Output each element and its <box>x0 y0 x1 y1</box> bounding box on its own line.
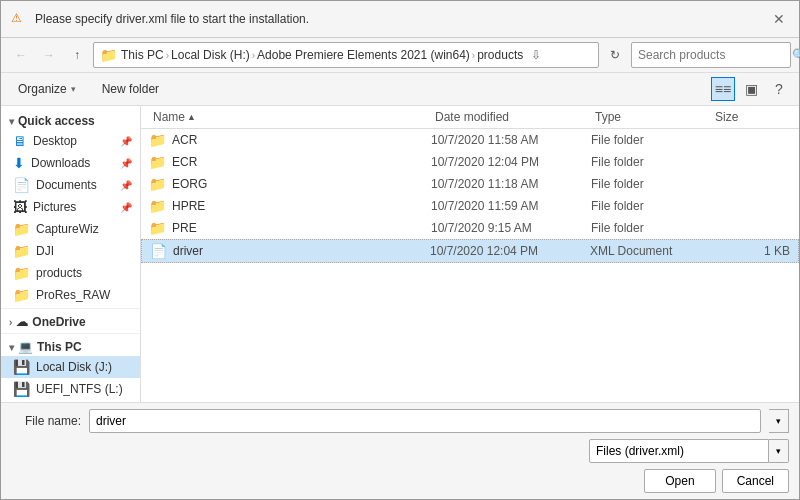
sidebar-item-uefi[interactable]: 💾 UEFI_NTFS (L:) <box>1 378 140 400</box>
col-header-size[interactable]: Size <box>711 106 791 128</box>
breadcrumb-adobe[interactable]: Adobe Premiere Elements 2021 (win64) <box>257 48 470 62</box>
filename-input[interactable] <box>89 409 761 433</box>
file-type: File folder <box>591 133 711 147</box>
search-input[interactable] <box>638 48 788 62</box>
preview-pane-button[interactable]: ▣ <box>739 77 763 101</box>
folder-icon: 📁 <box>149 176 166 192</box>
sidebar-item-dji-label: DJI <box>36 244 54 258</box>
file-list-header: Name ▲ Date modified Type Size <box>141 106 799 129</box>
breadcrumb-sep-2: › <box>252 50 255 61</box>
dji-folder-icon: 📁 <box>13 243 30 259</box>
sidebar-item-capturewiz-label: CaptureWiz <box>36 222 99 236</box>
breadcrumb-this-pc[interactable]: This PC <box>121 48 164 62</box>
col-header-date[interactable]: Date modified <box>431 106 591 128</box>
onedrive-label: OneDrive <box>32 315 85 329</box>
quick-access-section: ▾ Quick access 🖥 Desktop 📌 ⬇ Downloads 📌… <box>1 110 140 306</box>
title-bar: ⚠ Please specify driver.xml file to star… <box>1 1 799 38</box>
sidebar-item-products-label: products <box>36 266 82 280</box>
sidebar-item-downloads-label: Downloads <box>31 156 90 170</box>
address-bar[interactable]: 📁 This PC › Local Disk (H:) › Adobe Prem… <box>93 42 599 68</box>
filename-row: File name: ▾ <box>11 409 789 433</box>
table-row[interactable]: 📁 EORG 10/7/2020 11:18 AM File folder <box>141 173 799 195</box>
sidebar-item-desktop[interactable]: 🖥 Desktop 📌 <box>1 130 140 152</box>
file-area: Name ▲ Date modified Type Size 📁 ACR <box>141 106 799 402</box>
action-bar: Organize ▾ New folder ≡≡ ▣ ? <box>1 73 799 106</box>
local-disk-j-icon: 💾 <box>13 359 30 375</box>
quick-access-expand-icon: ▾ <box>9 116 14 127</box>
filetype-dropdown-button[interactable]: ▾ <box>769 439 789 463</box>
breadcrumb: This PC › Local Disk (H:) › Adobe Premie… <box>121 48 523 62</box>
products-folder-icon: 📁 <box>13 265 30 281</box>
pin-icon-3: 📌 <box>120 180 132 191</box>
refresh-button[interactable]: ⇩ <box>531 48 541 62</box>
sidebar-item-products[interactable]: 📁 products <box>1 262 140 284</box>
organize-button[interactable]: Organize ▾ <box>9 78 85 100</box>
close-button[interactable]: ✕ <box>769 9 789 29</box>
sidebar-item-local-disk-j[interactable]: 💾 Local Disk (J:) <box>1 356 140 378</box>
filename-dropdown-button[interactable]: ▾ <box>769 409 789 433</box>
filetype-input[interactable] <box>589 439 769 463</box>
file-name: driver <box>173 244 430 258</box>
new-folder-label: New folder <box>102 82 159 96</box>
file-name: HPRE <box>172 199 431 213</box>
sort-arrow-icon: ▲ <box>187 112 196 122</box>
table-row[interactable]: 📁 PRE 10/7/2020 9:15 AM File folder <box>141 217 799 239</box>
onedrive-expand-icon: › <box>9 317 12 328</box>
col-header-name[interactable]: Name ▲ <box>149 106 431 128</box>
up-button[interactable]: ↑ <box>65 43 89 67</box>
sidebar-divider-2 <box>1 333 140 334</box>
file-size: 1 KB <box>710 244 790 258</box>
sidebar-item-downloads[interactable]: ⬇ Downloads 📌 <box>1 152 140 174</box>
file-type: File folder <box>591 199 711 213</box>
xml-file-icon: 📄 <box>150 243 167 259</box>
filetype-select-wrapper: ▾ <box>589 439 789 463</box>
new-folder-button[interactable]: New folder <box>93 78 168 100</box>
sidebar-item-prores-label: ProRes_RAW <box>36 288 110 302</box>
file-date: 10/7/2020 11:58 AM <box>431 133 591 147</box>
action-buttons: Open Cancel <box>11 469 789 493</box>
quick-access-header[interactable]: ▾ Quick access <box>1 110 140 130</box>
address-folder-icon: 📁 <box>100 47 117 63</box>
breadcrumb-sep-3: › <box>472 50 475 61</box>
organize-dropdown-icon: ▾ <box>71 84 76 94</box>
prores-folder-icon: 📁 <box>13 287 30 303</box>
this-pc-label: This PC <box>37 340 82 354</box>
file-type: File folder <box>591 155 711 169</box>
sidebar-item-documents-label: Documents <box>36 178 97 192</box>
table-row[interactable]: 📁 ECR 10/7/2020 12:04 PM File folder <box>141 151 799 173</box>
table-row[interactable]: 📁 ACR 10/7/2020 11:58 AM File folder <box>141 129 799 151</box>
cancel-button[interactable]: Cancel <box>722 469 789 493</box>
this-pc-header[interactable]: ▾ 💻 This PC <box>1 336 140 356</box>
breadcrumb-products[interactable]: products <box>477 48 523 62</box>
folder-icon: 📁 <box>149 154 166 170</box>
sidebar-item-pictures[interactable]: 🖼 Pictures 📌 <box>1 196 140 218</box>
breadcrumb-sep-1: › <box>166 50 169 61</box>
sidebar-item-capturewiz[interactable]: 📁 CaptureWiz <box>1 218 140 240</box>
list-view-button[interactable]: ≡≡ <box>711 77 735 101</box>
table-row[interactable]: 📁 HPRE 10/7/2020 11:59 AM File folder <box>141 195 799 217</box>
forward-button[interactable]: → <box>37 43 61 67</box>
onedrive-header[interactable]: › ☁ OneDrive <box>1 311 140 331</box>
breadcrumb-local-disk[interactable]: Local Disk (H:) <box>171 48 250 62</box>
sidebar-item-desktop-label: Desktop <box>33 134 77 148</box>
col-header-type[interactable]: Type <box>591 106 711 128</box>
file-name: EORG <box>172 177 431 191</box>
sidebar-item-documents[interactable]: 📄 Documents 📌 <box>1 174 140 196</box>
filetype-row: ▾ <box>11 439 789 463</box>
uefi-icon: 💾 <box>13 381 30 397</box>
pin-icon-2: 📌 <box>120 158 132 169</box>
back-button[interactable]: ← <box>9 43 33 67</box>
open-button[interactable]: Open <box>644 469 715 493</box>
sidebar-divider-1 <box>1 308 140 309</box>
filename-label: File name: <box>11 414 81 428</box>
refresh-nav-button[interactable]: ↻ <box>603 43 627 67</box>
sidebar-item-dji[interactable]: 📁 DJI <box>1 240 140 262</box>
onedrive-icon: ☁ <box>16 315 28 329</box>
navigation-toolbar: ← → ↑ 📁 This PC › Local Disk (H:) › Adob… <box>1 38 799 73</box>
sidebar-item-prores[interactable]: 📁 ProRes_RAW <box>1 284 140 306</box>
downloads-icon: ⬇ <box>13 155 25 171</box>
help-button[interactable]: ? <box>767 77 791 101</box>
table-row[interactable]: 📄 driver 10/7/2020 12:04 PM XML Document… <box>141 239 799 263</box>
search-box[interactable]: 🔍 <box>631 42 791 68</box>
quick-access-label: Quick access <box>18 114 95 128</box>
